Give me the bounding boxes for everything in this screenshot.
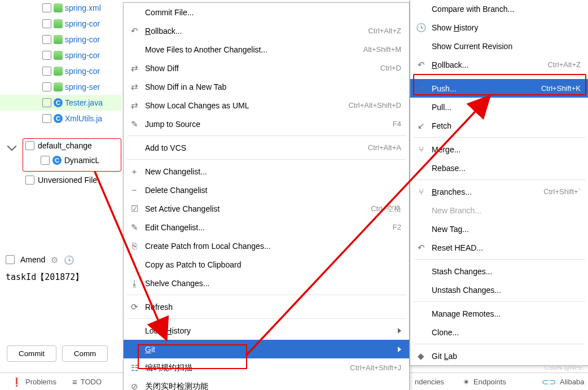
- status-endpoints[interactable]: ✴Endpoints: [463, 378, 506, 386]
- tree-row[interactable]: spring-cor: [0, 16, 121, 32]
- menu-item[interactable]: Pull...: [410, 98, 588, 116]
- unversioned-row[interactable]: Unversioned File: [25, 176, 97, 185]
- checkbox[interactable]: [42, 82, 51, 91]
- menu-item[interactable]: ✎Jump to SourceF4: [124, 115, 409, 133]
- menu-icon: ⇄: [129, 100, 139, 111]
- menu-item[interactable]: ↶Rollback...Ctrl+Alt+Z: [124, 21, 409, 40]
- menu-label: Add to VCS: [145, 143, 362, 152]
- file-label: XmlUtils.ja: [65, 114, 102, 123]
- tree-row[interactable]: CXmlUtils.ja: [0, 111, 121, 126]
- menu-item[interactable]: ↶Rollback...Ctrl+Alt+Z: [410, 55, 588, 74]
- menu-label: Set Active Changelist: [145, 204, 365, 213]
- menu-icon: [416, 224, 426, 234]
- checkbox[interactable]: [42, 3, 51, 12]
- menu-label: Delete Changelist: [145, 186, 401, 195]
- menu-label: Create Patch from Local Changes...: [145, 242, 401, 251]
- menu-icon: ⟳: [129, 302, 139, 312]
- menu-item[interactable]: +New Changelist...: [124, 162, 409, 181]
- menu-item[interactable]: Manage Remotes...: [410, 304, 588, 323]
- changelist-child[interactable]: C DynamicL: [41, 156, 99, 165]
- menu-item[interactable]: −Delete Changelist: [124, 181, 409, 199]
- endpoints-icon: ✴: [463, 378, 470, 386]
- menu-item[interactable]: Local History: [124, 321, 409, 340]
- changelist-header[interactable]: [8, 140, 15, 155]
- tree-row[interactable]: CTester.java: [0, 95, 121, 111]
- changelist-name: default_change: [38, 141, 92, 150]
- menu-item[interactable]: ⇄Show Diff in a New Tab: [124, 77, 409, 96]
- commit-button[interactable]: Commit: [7, 345, 56, 362]
- gear-icon[interactable]: ⚙: [51, 256, 58, 264]
- menu-item[interactable]: ⊘关闭实时检测功能: [124, 377, 409, 390]
- commit-and-button[interactable]: Comm: [62, 345, 108, 362]
- menu-label: New Tag...: [432, 225, 581, 234]
- checkbox[interactable]: [25, 141, 34, 150]
- menu-item[interactable]: Stash Changes...: [410, 262, 588, 281]
- status-problems[interactable]: ❗Problems: [11, 378, 56, 386]
- menu-item[interactable]: ⑂Merge...: [410, 140, 588, 159]
- shortcut: Alt+Shift+M: [363, 45, 401, 54]
- checkbox[interactable]: [42, 51, 51, 60]
- class-icon: C: [54, 98, 63, 107]
- git-submenu: Compare with Branch...🕓Show HistoryShow …: [410, 0, 588, 366]
- menu-item[interactable]: ⭳Shelve Changes...: [124, 274, 409, 292]
- menu-item[interactable]: ⎘Create Patch from Local Changes...: [124, 236, 409, 255]
- shortcut: F2: [393, 223, 401, 231]
- file-label: DynamicL: [64, 156, 99, 165]
- menu-item[interactable]: ⇄Show DiffCtrl+D: [124, 59, 409, 77]
- status-alibaba[interactable]: ⊂⊃Alibaba: [542, 378, 584, 386]
- checkbox[interactable]: [42, 35, 51, 44]
- menu-item[interactable]: Copy as Patch to Clipboard: [124, 255, 409, 274]
- label: Problems: [25, 378, 56, 386]
- menu-item[interactable]: New Tag...: [410, 220, 588, 238]
- checkbox[interactable]: [42, 98, 51, 107]
- menu-icon: [416, 266, 426, 277]
- menu-icon: ✎: [129, 222, 139, 233]
- shortcut: Ctrl+Alt+Z: [368, 27, 401, 35]
- menu-item[interactable]: Compare with Branch...: [410, 0, 588, 18]
- history-icon[interactable]: 🕓: [64, 256, 74, 264]
- status-deps[interactable]: ndencies: [415, 378, 444, 386]
- menu-item[interactable]: Add to VCSCtrl+Alt+A: [124, 138, 409, 157]
- menu-item[interactable]: Rebase...: [410, 159, 588, 177]
- menu-item[interactable]: 🕓Show History: [410, 18, 588, 37]
- separator: [414, 259, 585, 260]
- checkbox[interactable]: [42, 67, 51, 76]
- menu-item[interactable]: ◆Git Lab: [410, 347, 588, 365]
- menu-icon: [129, 326, 139, 336]
- checkbox[interactable]: [41, 156, 50, 165]
- menu-icon: ✎: [129, 119, 139, 129]
- tree-row[interactable]: spring.xml: [0, 0, 121, 16]
- amend-checkbox[interactable]: [6, 255, 15, 264]
- checkbox[interactable]: [25, 176, 34, 185]
- label: Alibaba: [560, 378, 584, 386]
- menu-item[interactable]: Clone...: [410, 323, 588, 341]
- file-label: spring-cor: [65, 67, 100, 76]
- menu-icon: ⇄: [129, 63, 139, 73]
- status-todo[interactable]: ≡TODO: [72, 378, 102, 386]
- menu-item[interactable]: ⟳Refresh: [124, 297, 409, 316]
- shortcut: Ctrl+Shift+`: [543, 187, 581, 196]
- xml-icon: [54, 19, 63, 28]
- changelist-row[interactable]: default_change: [25, 141, 92, 150]
- menu-item[interactable]: ☑Set Active ChangelistCtrl+空格: [124, 199, 409, 218]
- menu-icon: ⎘: [129, 241, 139, 251]
- tree-row[interactable]: spring-ser: [0, 79, 121, 95]
- separator: [414, 137, 585, 138]
- menu-icon: ☑: [129, 204, 139, 214]
- menu-label: Unstash Changes...: [432, 286, 581, 295]
- menu-item[interactable]: ↶Reset HEAD...: [410, 238, 588, 257]
- menu-item[interactable]: Commit File...: [124, 3, 409, 21]
- menu-item[interactable]: Move Files to Another Changelist...Alt+S…: [124, 40, 409, 59]
- tree-row[interactable]: spring-cor: [0, 47, 121, 63]
- checkbox[interactable]: [42, 19, 51, 28]
- menu-item[interactable]: Show Current Revision: [410, 37, 588, 55]
- menu-item[interactable]: ⇄Show Local Changes as UMLCtrl+Alt+Shift…: [124, 96, 409, 115]
- menu-item[interactable]: ⑂Branches...Ctrl+Shift+`: [410, 182, 588, 201]
- menu-icon: [416, 41, 426, 51]
- checkbox[interactable]: [42, 114, 51, 123]
- tree-row[interactable]: spring-cor: [0, 63, 121, 79]
- menu-item[interactable]: ↙Fetch: [410, 116, 588, 135]
- menu-item[interactable]: ✎Edit Changelist...F2: [124, 218, 409, 236]
- tree-row[interactable]: spring-cor: [0, 32, 121, 47]
- menu-item[interactable]: Unstash Changes...: [410, 281, 588, 299]
